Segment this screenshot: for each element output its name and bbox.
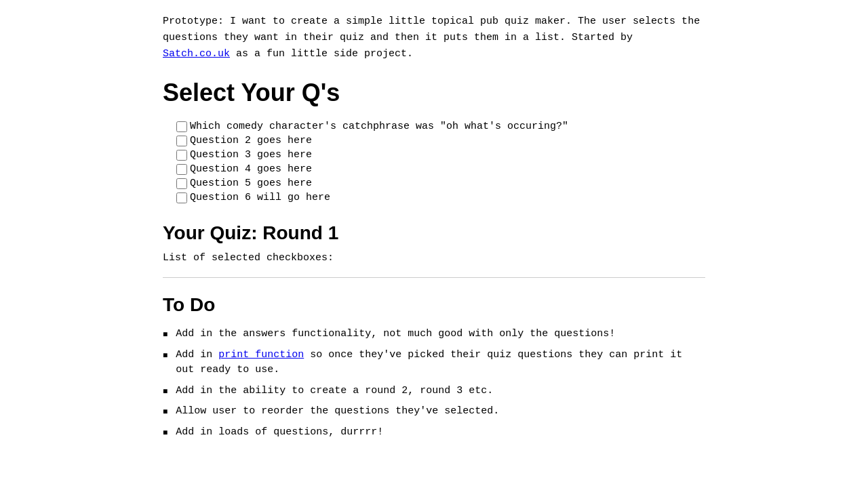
quiz-heading: Your Quiz: Round 1	[163, 222, 705, 244]
questions-list: Which comedy character's catchphrase was…	[176, 121, 705, 203]
todo-text: Add in loads of questions, durrrr!	[176, 425, 383, 441]
intro-text-after-link: as a fun little side project.	[230, 48, 413, 60]
question-label-6[interactable]: Question 6 will go here	[190, 192, 330, 203]
satch-link[interactable]: Satch.co.uk	[163, 48, 230, 60]
question-item: Question 4 goes here	[176, 163, 705, 175]
selected-list-label: List of selected checkboxes:	[163, 252, 705, 264]
question-label-3[interactable]: Question 3 goes here	[190, 149, 312, 161]
question-checkbox-5[interactable]	[176, 178, 187, 189]
intro-text-before-link: Prototype: I want to create a simple lit…	[163, 16, 700, 43]
question-label-2[interactable]: Question 2 goes here	[190, 135, 312, 146]
todo-item: Allow user to reorder the questions they…	[163, 404, 705, 420]
question-label-4[interactable]: Question 4 goes here	[190, 163, 312, 175]
todo-text: Allow user to reorder the questions they…	[176, 404, 499, 420]
todo-section: To Do Add in the answers functionality, …	[163, 294, 705, 440]
todo-item: Add in print function so once they've pi…	[163, 348, 705, 378]
question-item: Question 2 goes here	[176, 135, 705, 146]
todo-text: Add in the ability to create a round 2, …	[176, 384, 493, 399]
question-checkbox-3[interactable]	[176, 150, 187, 161]
question-item: Question 3 goes here	[176, 149, 705, 161]
quiz-section: Your Quiz: Round 1 List of selected chec…	[163, 222, 705, 264]
question-checkbox-6[interactable]	[176, 192, 187, 203]
question-checkbox-2[interactable]	[176, 136, 187, 146]
todo-item: Add in loads of questions, durrrr!	[163, 425, 705, 441]
todo-item: Add in the ability to create a round 2, …	[163, 384, 705, 399]
todo-item: Add in the answers functionality, not mu…	[163, 327, 705, 342]
select-heading: Select Your Q's	[163, 79, 705, 107]
question-checkbox-1[interactable]	[176, 121, 187, 132]
question-item: Question 5 goes here	[176, 178, 705, 189]
question-item: Question 6 will go here	[176, 192, 705, 203]
question-checkbox-4[interactable]	[176, 164, 187, 175]
question-label-1[interactable]: Which comedy character's catchphrase was…	[190, 121, 568, 132]
question-label-5[interactable]: Question 5 goes here	[190, 178, 312, 189]
todo-text: Add in the answers functionality, not mu…	[176, 327, 615, 342]
question-item: Which comedy character's catchphrase was…	[176, 121, 705, 132]
todo-text-before-link: Add in	[176, 349, 218, 361]
todo-list: Add in the answers functionality, not mu…	[163, 327, 705, 440]
section-divider	[163, 277, 705, 278]
intro-paragraph: Prototype: I want to create a simple lit…	[163, 14, 705, 62]
todo-heading: To Do	[163, 294, 705, 316]
todo-link[interactable]: print function	[218, 349, 304, 361]
